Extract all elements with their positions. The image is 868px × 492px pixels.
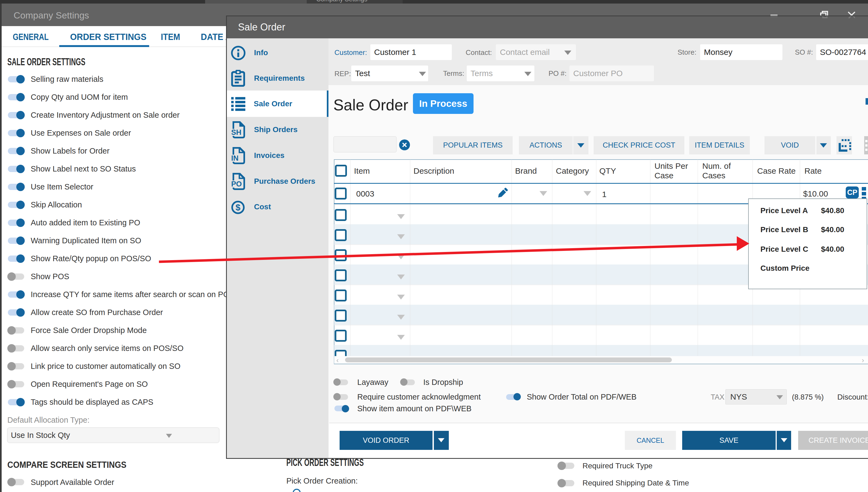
svg-text:$: $ <box>236 202 240 212</box>
svg-text:SH: SH <box>231 128 241 137</box>
svg-text:PO: PO <box>231 180 242 188</box>
svg-text:IN: IN <box>231 154 239 162</box>
